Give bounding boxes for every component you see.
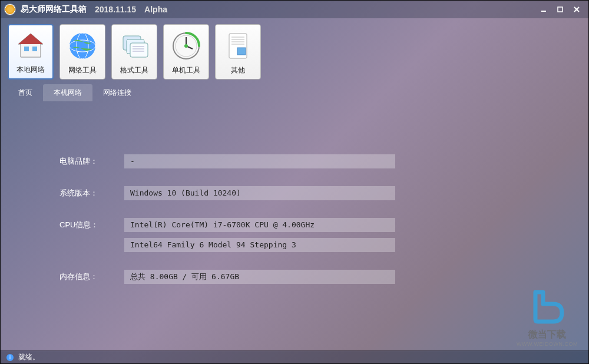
watermark: 微当下载 WWW.WEIDOWN.COM bbox=[517, 285, 578, 347]
svg-rect-1 bbox=[558, 7, 562, 12]
tab-network-connection[interactable]: 网络连接 bbox=[92, 84, 142, 101]
svg-marker-5 bbox=[18, 34, 43, 44]
toolbar-offline-tools[interactable]: 单机工具 bbox=[163, 24, 209, 80]
tab-home[interactable]: 首页 bbox=[8, 84, 43, 101]
toolbar-label: 网络工具 bbox=[68, 65, 97, 75]
watermark-url: WWW.WEIDOWN.COM bbox=[517, 341, 578, 347]
svg-rect-7 bbox=[32, 47, 37, 51]
app-title: 易大师网络工具箱 bbox=[21, 4, 87, 15]
statusbar: i 就绪。 bbox=[1, 350, 588, 363]
os-value: Windows 10 (Build 10240) bbox=[124, 186, 395, 200]
watermark-text: 微当下载 bbox=[517, 329, 578, 341]
window-controls bbox=[535, 4, 585, 15]
toolbar-label: 单机工具 bbox=[172, 65, 200, 75]
clock-icon bbox=[169, 29, 203, 63]
svg-rect-13 bbox=[130, 43, 148, 57]
home-icon bbox=[14, 29, 48, 62]
maximize-button[interactable] bbox=[552, 4, 568, 15]
toolbar-local-network[interactable]: 本地网络 bbox=[8, 24, 54, 80]
status-text: 就绪。 bbox=[18, 352, 39, 362]
folders-icon bbox=[117, 29, 151, 63]
cpu-label: CPU信息： bbox=[59, 220, 124, 230]
brand-value: - bbox=[124, 154, 395, 168]
app-version: 2018.11.15 bbox=[95, 5, 136, 14]
os-label: 系统版本： bbox=[59, 188, 124, 198]
cpu-value-1: Intel(R) Core(TM) i7-6700K CPU @ 4.00GHz bbox=[124, 218, 395, 232]
cpu-value-2: Intel64 Family 6 Model 94 Stepping 3 bbox=[124, 238, 395, 252]
info-icon: i bbox=[6, 354, 14, 361]
document-icon bbox=[221, 29, 255, 63]
tabbar: 首页 本机网络 网络连接 bbox=[1, 83, 588, 101]
watermark-logo-icon bbox=[527, 285, 568, 326]
svg-point-21 bbox=[184, 44, 188, 48]
svg-rect-6 bbox=[24, 47, 29, 51]
app-icon bbox=[4, 4, 16, 15]
app-channel: Alpha bbox=[144, 5, 167, 14]
titlebar: 易大师网络工具箱 2018.11.15 Alpha bbox=[1, 1, 588, 18]
svg-point-8 bbox=[70, 33, 95, 59]
svg-rect-27 bbox=[237, 48, 246, 55]
tab-local-network[interactable]: 本机网络 bbox=[43, 84, 92, 101]
content-panel: 电脑品牌： - 系统版本： Windows 10 (Build 10240) C… bbox=[1, 101, 588, 313]
minimize-button[interactable] bbox=[535, 4, 552, 15]
toolbar-label: 格式工具 bbox=[120, 65, 148, 75]
toolbar-label: 本地网络 bbox=[16, 65, 45, 75]
toolbar-other[interactable]: 其他 bbox=[215, 24, 261, 80]
globe-icon bbox=[65, 29, 100, 63]
toolbar-format-tools[interactable]: 格式工具 bbox=[111, 24, 157, 80]
toolbar-network-tools[interactable]: 网络工具 bbox=[59, 24, 105, 80]
toolbar-label: 其他 bbox=[231, 65, 245, 75]
memory-value: 总共 8.00GB / 可用 6.67GB bbox=[124, 270, 395, 284]
close-button[interactable] bbox=[568, 4, 585, 15]
brand-label: 电脑品牌： bbox=[59, 156, 124, 167]
memory-label: 内存信息： bbox=[59, 272, 124, 282]
main-toolbar: 本地网络 网络工具 格式工具 bbox=[1, 18, 588, 83]
